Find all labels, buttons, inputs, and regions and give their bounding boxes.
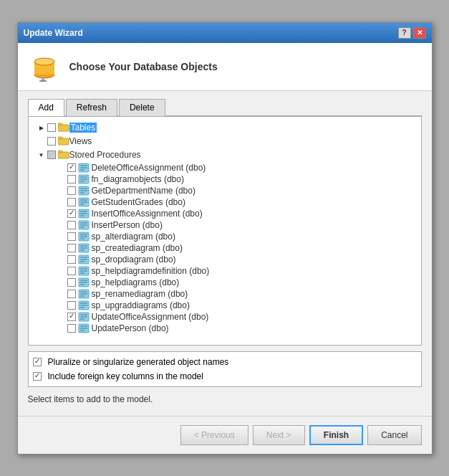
svg-rect-4 — [39, 80, 47, 82]
sp-item-icon — [78, 232, 90, 242]
sp-item-icon — [78, 186, 90, 196]
pluralize-label: Pluralize or singularize generated objec… — [48, 357, 229, 367]
next-button[interactable]: Next > — [253, 425, 305, 445]
list-item[interactable]: UpdatePerson (dbo) — [32, 323, 418, 334]
update-wizard-window: Update Wizard ? ✕ Choose Your Database O… — [17, 22, 433, 454]
list-item[interactable]: fn_diagramobjects (dbo) — [32, 173, 418, 185]
option-pluralize-row: Pluralize or singularize generated objec… — [33, 355, 417, 369]
sp6-checkbox[interactable] — [67, 221, 76, 229]
sp-arrow: ▼ — [37, 151, 46, 159]
list-item[interactable]: InsertPerson (dbo) — [32, 219, 418, 231]
list-item[interactable]: GetStudentGrades (dbo) — [32, 196, 418, 208]
sp14-checkbox[interactable] — [67, 313, 76, 321]
previous-button[interactable]: < Previous — [180, 425, 248, 445]
sp10-checkbox[interactable] — [67, 267, 76, 275]
views-folder-icon — [58, 135, 69, 148]
list-item[interactable]: sp_dropdiagram (dbo) — [32, 254, 418, 265]
foreignkey-label: Include foreign key columns in the model — [48, 371, 203, 381]
sp4-checkbox[interactable] — [67, 198, 76, 206]
svg-rect-10 — [58, 151, 62, 153]
sp9-checkbox[interactable] — [67, 255, 76, 264]
sp2-label: fn_diagramobjects (dbo) — [92, 174, 184, 184]
sp12-label: sp_renamediagram (dbo) — [92, 289, 188, 299]
sp-item-icon — [78, 323, 90, 333]
svg-rect-8 — [58, 137, 62, 139]
svg-rect-6 — [58, 123, 62, 125]
sp-item-icon — [78, 174, 90, 184]
finish-button[interactable]: Finish — [309, 425, 363, 445]
list-item[interactable]: sp_helpdiagrams (dbo) — [32, 277, 418, 288]
list-item[interactable]: UpdateOfficeAssignment (dbo) — [32, 311, 418, 323]
sp-item-icon — [78, 220, 90, 230]
sp1-label: DeleteOfficeAssignment (dbo) — [92, 163, 206, 173]
sp7-checkbox[interactable] — [67, 232, 76, 241]
views-checkbox[interactable] — [47, 137, 56, 146]
sp13-checkbox[interactable] — [67, 301, 76, 310]
sp1-checkbox[interactable] — [67, 163, 76, 172]
sp15-checkbox[interactable] — [67, 324, 76, 333]
tree-node-tables[interactable]: ▶ Tables — [32, 121, 418, 135]
sp-label: Stored Procedures — [69, 150, 141, 160]
sp9-label: sp_dropdiagram (dbo) — [92, 254, 176, 265]
list-item[interactable]: sp_helpdiagramdefinition (dbo) — [32, 265, 418, 277]
tables-checkbox[interactable] — [47, 123, 56, 132]
sp-item-icon — [78, 197, 90, 207]
tab-delete[interactable]: Delete — [119, 99, 165, 116]
sp-item-icon — [78, 209, 90, 219]
options-area: Pluralize or singularize generated objec… — [28, 351, 422, 387]
sp3-checkbox[interactable] — [67, 186, 76, 195]
tables-label: Tables — [69, 123, 97, 133]
window-title: Update Wizard — [24, 28, 83, 38]
tree-node-stored-procedures[interactable]: ▼ Stored Procedures — [32, 148, 418, 162]
tree-panel: ▶ Tables Views — [28, 116, 422, 346]
sp12-checkbox[interactable] — [67, 290, 76, 298]
help-button[interactable]: ? — [398, 27, 411, 39]
sp-item-icon — [78, 312, 90, 322]
sp3-label: GetDepartmentName (dbo) — [92, 186, 195, 196]
sp7-label: sp_alterdiagram (dbo) — [92, 232, 175, 242]
tree-node-views[interactable]: Views — [32, 135, 418, 148]
content-area: Add Refresh Delete ▶ Tables — [18, 91, 432, 413]
sp-item-icon — [78, 243, 90, 253]
sp8-label: sp_creatediagram (dbo) — [92, 243, 183, 253]
header-title: Choose Your Database Objects — [69, 61, 218, 72]
close-button[interactable]: ✕ — [413, 27, 426, 39]
list-item[interactable]: GetDepartmentName (dbo) — [32, 185, 418, 196]
title-bar: Update Wizard ? ✕ — [18, 23, 432, 43]
list-item[interactable]: sp_upgraddiagrams (dbo) — [32, 300, 418, 311]
sp11-checkbox[interactable] — [67, 278, 76, 287]
sp14-label: UpdateOfficeAssignment (dbo) — [92, 312, 209, 322]
title-bar-buttons: ? ✕ — [398, 27, 426, 39]
list-item[interactable]: InsertOfficeAssignment (dbo) — [32, 208, 418, 219]
status-text: Select items to add to the model. — [28, 393, 422, 406]
option-foreignkey-row: Include foreign key columns in the model — [33, 369, 417, 384]
tables-folder-icon — [58, 122, 69, 134]
tab-refresh[interactable]: Refresh — [66, 99, 117, 116]
tables-arrow: ▶ — [37, 123, 46, 132]
pluralize-checkbox[interactable] — [33, 358, 42, 366]
header-area: Choose Your Database Objects — [18, 43, 432, 91]
sp4-label: GetStudentGrades (dbo) — [92, 197, 185, 207]
sp8-checkbox[interactable] — [67, 244, 76, 252]
list-item[interactable]: sp_renamediagram (dbo) — [32, 288, 418, 300]
tab-bar: Add Refresh Delete — [28, 98, 422, 116]
list-item[interactable]: DeleteOfficeAssignment (dbo) — [32, 162, 418, 173]
sp-item-icon — [78, 163, 90, 173]
sp-checkbox[interactable] — [47, 151, 56, 159]
sp10-label: sp_helpdiagramdefinition (dbo) — [92, 266, 210, 276]
sp5-checkbox[interactable] — [67, 209, 76, 218]
sp2-checkbox[interactable] — [67, 175, 76, 184]
database-icon — [29, 52, 59, 82]
list-item[interactable]: sp_alterdiagram (dbo) — [32, 231, 418, 242]
sp-item-icon — [78, 289, 90, 299]
svg-point-2 — [34, 58, 54, 65]
sp-item-icon — [78, 300, 90, 310]
foreignkey-checkbox[interactable] — [33, 372, 42, 381]
list-item[interactable]: sp_creatediagram (dbo) — [32, 242, 418, 254]
sp-item-icon — [78, 254, 90, 265]
cancel-button[interactable]: Cancel — [367, 425, 421, 445]
sp-folder-icon — [58, 149, 69, 161]
views-label: Views — [69, 136, 92, 146]
sp-item-icon — [78, 277, 90, 287]
tab-add[interactable]: Add — [28, 99, 64, 116]
